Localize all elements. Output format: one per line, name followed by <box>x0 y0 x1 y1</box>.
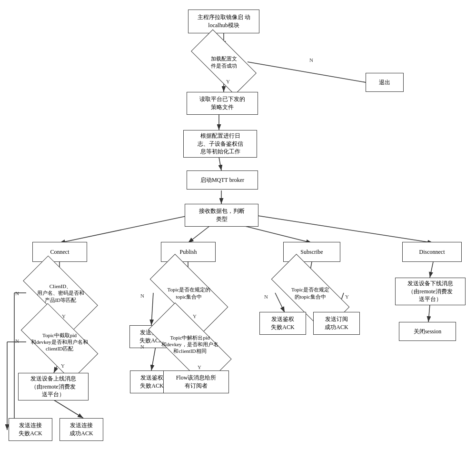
init-box: 根据配置进行日志、子设备鉴权信息等初始化工作 <box>183 130 257 158</box>
svg-line-10 <box>255 215 433 243</box>
send-online-box: 发送设备上线消息（由remote消费发送平台） <box>18 373 89 400</box>
svg-line-18 <box>54 400 83 418</box>
flow-msg-box: Flow该消息给所有订阅者 <box>163 370 229 393</box>
svg-line-9 <box>245 226 312 243</box>
svg-line-8 <box>188 226 209 243</box>
check-topic-sub-y-label: Y <box>345 294 349 300</box>
sub-success-box: 发送订阅成功ACK <box>313 312 360 335</box>
receive-box: 接收数据包，判断类型 <box>185 204 258 227</box>
check-topic-pub-y-label: Y <box>193 313 197 319</box>
svg-line-29 <box>428 305 430 322</box>
check-topic-sub-diamond: Topic是否在规定的topic集合中 <box>273 275 348 311</box>
quit-box: 退出 <box>366 73 404 92</box>
check-devkey-diamond: Topic中截取pid和devkey是否和用户名和clientID匹配 <box>24 323 95 361</box>
svg-line-28 <box>430 262 433 278</box>
load-config-y-label: Y <box>226 79 230 84</box>
start-mqtt-box: 启动MQTT broker <box>187 170 258 190</box>
disconnect-box: Disconnect <box>402 242 462 262</box>
load-config-n-label: N <box>309 57 313 63</box>
check-devkey-pub-diamond: Topic中解析出pid和devkey，是否和用户名和clientID相同 <box>150 325 230 363</box>
check-devkey-y-label: Y <box>61 363 65 369</box>
svg-line-3 <box>248 62 371 83</box>
flowchart-diagram: 主程序拉取镜像启 动localhub模块 加载配置文件是否成功 N Y 读取平台… <box>5 5 471 448</box>
check-topic-sub-n-label: N <box>264 294 268 300</box>
send-conn-fail-box: 发送连接失败ACK <box>9 418 52 441</box>
start-box: 主程序拉取镜像启 动localhub模块 <box>188 10 259 33</box>
check-devkey-n-label: N <box>15 338 19 344</box>
sub-auth-fail-box: 发送鉴权失败ACK <box>259 312 306 335</box>
send-offline-box: 发送设备下线消息（由remote消费发送平台） <box>395 278 466 305</box>
check-client-diamond: ClienID、用户名、密码是否和产品ID等匹配 <box>25 275 96 311</box>
load-config-diamond: 加载配置文件是否成功 <box>193 47 255 78</box>
check-topic-pub-n-label: N <box>140 293 144 299</box>
svg-line-7 <box>60 215 190 243</box>
connect-box: Connect <box>32 242 87 262</box>
check-topic-pub-diamond: Topic是否在规定的topic集合中 <box>151 275 227 311</box>
read-policy-box: 读取平台已下发的策略文件 <box>187 92 258 115</box>
send-conn-success-box: 发送连接成功ACK <box>60 418 103 441</box>
svg-line-5 <box>219 157 221 170</box>
check-devkey-pub-n-label: N <box>140 344 144 350</box>
check-devkey-pub-y-label: Y <box>198 364 201 370</box>
close-session-box: 关闭session <box>399 322 456 341</box>
check-client-n-label: N <box>15 290 19 296</box>
